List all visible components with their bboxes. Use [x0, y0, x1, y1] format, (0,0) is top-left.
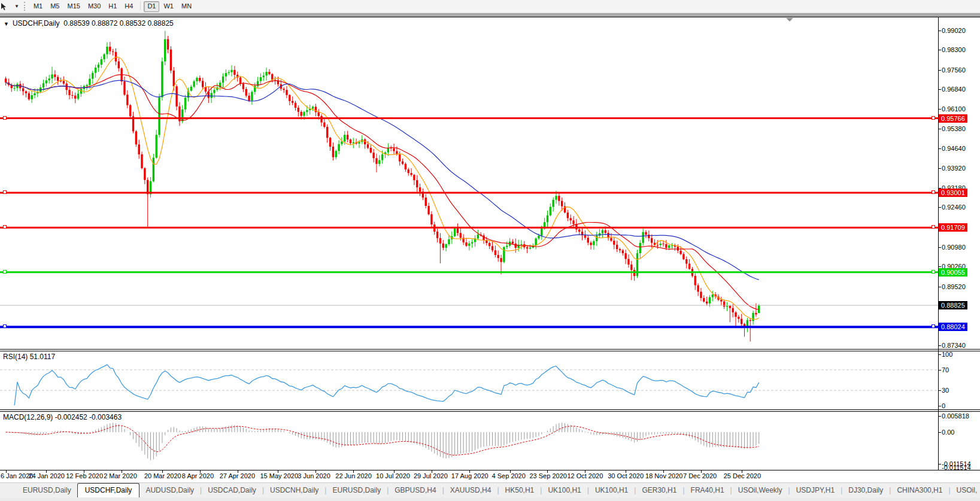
- time-axis-label: 4 Sep 2020: [492, 472, 526, 479]
- timeframe-button-mn[interactable]: MN: [178, 1, 195, 12]
- macd-axis-label: 0.005818: [942, 412, 969, 420]
- hline-marker[interactable]: [932, 270, 935, 274]
- pane-border[interactable]: [0, 349, 980, 350]
- price-axis-label: 0.92460: [942, 204, 966, 211]
- timeframe-button-d1[interactable]: D1: [144, 1, 159, 12]
- hline-marker[interactable]: [932, 116, 935, 120]
- price-pane: [0, 17, 938, 349]
- chart-tab-usdcnh-daily[interactable]: USDCNH,Daily: [264, 484, 324, 497]
- price-axis-label: 0.89520: [942, 283, 966, 290]
- hline-marker[interactable]: [932, 324, 935, 328]
- chart-tab-gbpusd-h4[interactable]: GBPUSD,H4: [389, 484, 442, 497]
- toolbar-grip[interactable]: [24, 2, 25, 11]
- chart-tab-audusd-daily[interactable]: AUDUSD,Daily: [139, 484, 200, 497]
- macd-axis-label: -0.011514: [942, 464, 971, 471]
- timeframe-button-m1[interactable]: M1: [30, 1, 46, 12]
- timeframe-button-m30[interactable]: M30: [84, 1, 104, 12]
- timeframe-toolbar: ▼ M1M5M15M30H1H4D1W1MN: [0, 0, 980, 13]
- time-axis-label: 25 Dec 2020: [724, 472, 761, 479]
- price-tick: [938, 207, 941, 208]
- price-tick: [938, 109, 941, 110]
- rsi-tick: [938, 354, 941, 355]
- price-tick: [938, 287, 941, 287]
- timeframe-button-w1[interactable]: W1: [160, 1, 177, 12]
- chart-tab-bar: EURUSD,DailyUSDCHF,DailyAUDUSD,Daily|USD…: [0, 482, 980, 497]
- chart-tab-ger30-h1[interactable]: GER30,H1: [636, 484, 682, 497]
- rsi-axis-label: 30: [942, 387, 949, 394]
- chart-tab-uk100-h1[interactable]: UK100,H1: [589, 484, 634, 497]
- time-axis-label: 23 Sep 2020: [529, 472, 566, 479]
- chart-tab-usdjpy-h1[interactable]: USDJPY,H1: [790, 484, 841, 497]
- time-axis-label: 30 Oct 2020: [608, 472, 644, 479]
- chart-tab-uk100-h1[interactable]: UK100,H1: [542, 484, 587, 497]
- chart-tab-dj30-daily[interactable]: DJ30,Daily: [842, 484, 889, 497]
- time-axis-label: 22 Jun 2020: [335, 472, 372, 479]
- hline-price-label: 0.90055: [939, 268, 967, 277]
- hline-marker[interactable]: [3, 324, 7, 328]
- pane-border[interactable]: [0, 409, 980, 410]
- price-axis-label: 0.94640: [942, 145, 966, 152]
- time-axis-label: 8 Apr 2020: [182, 472, 214, 479]
- price-axis-label: 0.99020: [942, 27, 966, 34]
- timeframe-buttons: M1M5M15M30H1H4D1W1MN: [30, 1, 196, 12]
- price-tick: [938, 168, 941, 169]
- rsi-tick: [938, 406, 941, 406]
- price-axis-label: 0.95380: [942, 125, 966, 132]
- chart-tab-fra40-h1[interactable]: FRA40,H1: [685, 484, 730, 497]
- timeframe-button-m5[interactable]: M5: [47, 1, 63, 12]
- x-axis-line: [0, 470, 980, 470]
- price-tick: [938, 70, 941, 71]
- chart-tab-usdchf-daily[interactable]: USDCHF,Daily: [77, 483, 140, 498]
- cursor-dropdown-caret-icon[interactable]: ▼: [14, 4, 19, 9]
- hline-marker[interactable]: [3, 116, 7, 120]
- price-tick: [938, 129, 941, 129]
- chart-tab-eurusd-daily[interactable]: EURUSD,Daily: [326, 484, 387, 497]
- time-axis-label: 20 Mar 2020: [144, 472, 181, 479]
- toolbar-separator: [140, 1, 141, 10]
- timeframe-button-h4[interactable]: H4: [121, 1, 136, 12]
- hline-marker[interactable]: [932, 225, 935, 229]
- chart-tab-eurusd-daily[interactable]: EURUSD,Daily: [17, 484, 77, 497]
- time-axis-label: 29 Jul 2020: [414, 472, 448, 479]
- price-tick: [938, 266, 941, 267]
- timeframe-button-h1[interactable]: H1: [105, 1, 120, 12]
- price-tick: [938, 148, 941, 149]
- rsi-axis-label: 0: [942, 402, 945, 409]
- hline-marker[interactable]: [3, 190, 7, 194]
- time-axis-label: 12 Oct 2020: [567, 472, 603, 479]
- price-axis-label: 0.96840: [942, 86, 966, 93]
- macd-indicator-label: MACD(12,26,9) -0.002452 -0.003463: [3, 413, 122, 421]
- chart-tab-hk50-h1[interactable]: HK50,H1: [499, 484, 541, 497]
- cursor-tool-icon[interactable]: [3, 2, 14, 11]
- time-axis-label: 7 Dec 2020: [683, 472, 717, 479]
- hline-price-label: 0.95766: [939, 114, 967, 123]
- chart-tab-china300-h1[interactable]: CHINA300,H1: [891, 484, 948, 497]
- price-axis-label: 0.97560: [942, 66, 966, 74]
- chart-tab-xauusd-h4[interactable]: XAUUSD,H4: [444, 484, 497, 497]
- macd-pane: [0, 412, 938, 470]
- price-tick: [938, 31, 941, 31]
- current-price-label: 0.88825: [939, 301, 967, 309]
- chart-tab-usoil-weekly[interactable]: USOil,Weekly: [732, 484, 788, 497]
- price-tick: [938, 50, 941, 50]
- chart-tab-usdcad-daily[interactable]: USDCAD,Daily: [202, 484, 262, 497]
- hline-marker[interactable]: [3, 225, 7, 229]
- rsi-tick: [938, 370, 941, 371]
- time-axis-label: 17 Aug 2020: [451, 472, 489, 479]
- chart-tab-usoil-[interactable]: USOil,: [951, 484, 980, 497]
- price-axis-label: 0.93920: [942, 165, 966, 172]
- macd-axis-label: 0.00: [942, 429, 954, 436]
- price-axis-label: 0.98300: [942, 46, 966, 53]
- hline-marker[interactable]: [3, 270, 7, 274]
- time-axis-label: 10 Jul 2020: [376, 472, 410, 479]
- hline-marker[interactable]: [932, 190, 935, 194]
- timeframe-button-m15[interactable]: M15: [63, 1, 83, 12]
- price-axis-line: [938, 17, 939, 470]
- rsi-indicator-label: RSI(14) 51.0117: [3, 353, 55, 361]
- rsi-pane: [0, 351, 938, 409]
- price-axis-label: 0.87340: [942, 342, 966, 349]
- rsi-axis-label: 70: [942, 366, 949, 374]
- macd-tick: [938, 432, 941, 433]
- time-axis-label: 15 May 2020: [260, 472, 298, 479]
- time-axis-label: 18 Nov 2020: [645, 472, 682, 479]
